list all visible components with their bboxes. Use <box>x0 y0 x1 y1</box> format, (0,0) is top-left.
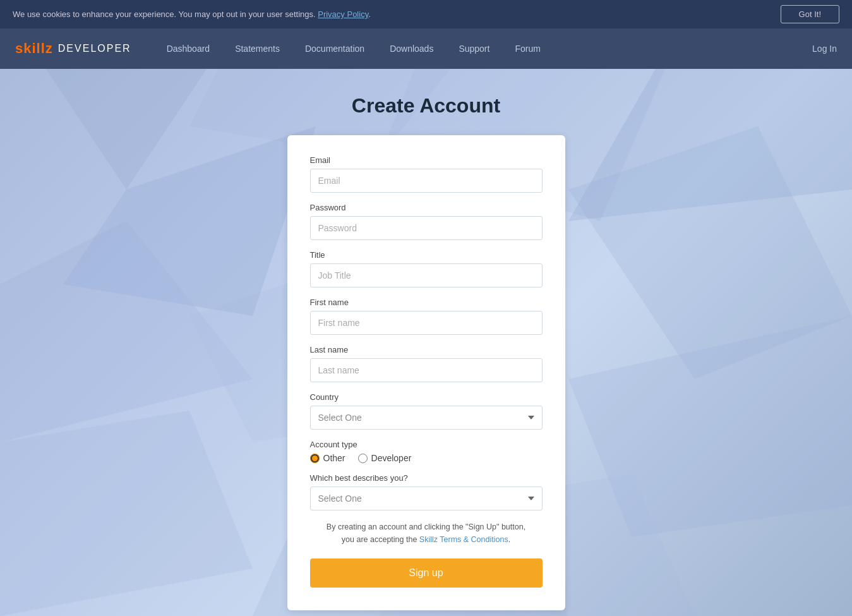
main-content: Create Account Email Password Title Firs… <box>0 69 852 616</box>
country-group: Country Select One <box>310 392 543 430</box>
page-title: Create Account <box>352 94 500 118</box>
radio-developer-label[interactable]: Developer <box>358 453 412 463</box>
radio-group: Other Developer <box>310 453 543 463</box>
firstname-input[interactable] <box>310 311 543 335</box>
describe-label: Which best describes you? <box>310 473 543 483</box>
password-label: Password <box>310 203 543 212</box>
got-it-button[interactable]: Got It! <box>781 5 839 23</box>
terms-link[interactable]: Skillz Terms & Conditions <box>419 535 508 544</box>
privacy-policy-link[interactable]: Privacy Policy <box>318 9 368 19</box>
radio-developer-input[interactable] <box>358 454 368 463</box>
terms-end: . <box>508 535 510 544</box>
describe-select[interactable]: Select One <box>310 486 543 510</box>
email-label: Email <box>310 155 543 165</box>
firstname-label: First name <box>310 298 543 307</box>
title-group: Title <box>310 250 543 287</box>
cookie-banner: We use cookies to enhance your experienc… <box>0 0 852 28</box>
cookie-text: We use cookies to enhance your experienc… <box>13 9 316 19</box>
nav-statements[interactable]: Statements <box>225 39 290 59</box>
create-account-form: Email Password Title First name Last nam… <box>287 135 565 610</box>
country-label: Country <box>310 392 543 402</box>
job-title-input[interactable] <box>310 263 543 287</box>
email-input[interactable] <box>310 169 543 193</box>
nav-documentation[interactable]: Documentation <box>295 39 375 59</box>
radio-other-input[interactable] <box>310 454 320 463</box>
account-type-group: Account type Other Developer <box>310 440 543 463</box>
radio-other-label[interactable]: Other <box>310 453 345 463</box>
describe-group: Which best describes you? Select One <box>310 473 543 510</box>
firstname-group: First name <box>310 298 543 335</box>
lastname-label: Last name <box>310 345 543 354</box>
radio-other-text: Other <box>323 453 345 463</box>
nav-dashboard[interactable]: Dashboard <box>157 39 220 59</box>
lastname-group: Last name <box>310 345 543 382</box>
navbar: skillz DEVELOPER Dashboard Statements Do… <box>0 28 852 69</box>
account-type-label: Account type <box>310 440 543 449</box>
terms-text: By creating an account and clicking the … <box>310 521 543 546</box>
country-select[interactable]: Select One <box>310 406 543 430</box>
title-label: Title <box>310 250 543 260</box>
radio-developer-text: Developer <box>371 453 412 463</box>
brand: skillz DEVELOPER <box>15 40 131 57</box>
brand-developer: DEVELOPER <box>58 43 131 54</box>
password-input[interactable] <box>310 216 543 240</box>
cookie-message: We use cookies to enhance your experienc… <box>13 9 371 19</box>
nav-links: Dashboard Statements Documentation Downl… <box>157 39 812 59</box>
terms-line2: you are accepting the <box>342 535 417 544</box>
signup-button[interactable]: Sign up <box>310 559 543 588</box>
nav-forum[interactable]: Forum <box>505 39 550 59</box>
nav-downloads[interactable]: Downloads <box>380 39 443 59</box>
terms-line1: By creating an account and clicking the … <box>327 522 525 531</box>
nav-support[interactable]: Support <box>448 39 500 59</box>
email-group: Email <box>310 155 543 193</box>
password-group: Password <box>310 203 543 240</box>
lastname-input[interactable] <box>310 358 543 382</box>
brand-skillz: skillz <box>15 40 53 57</box>
login-link[interactable]: Log In <box>812 44 837 54</box>
